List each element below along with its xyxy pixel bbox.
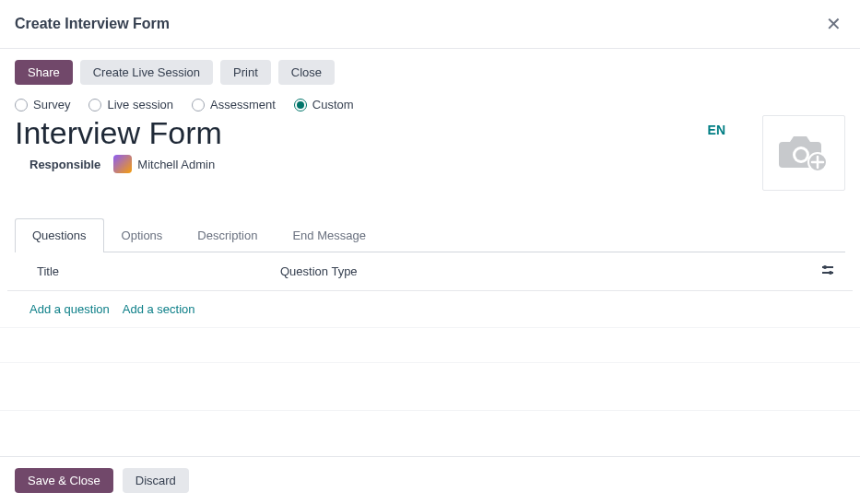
questions-add-row: Add a question Add a section [0,291,860,328]
radio-custom[interactable]: Custom [294,98,354,111]
title-row: Interview Form Responsible Mitchell Admi… [0,115,860,198]
tab-bar: Questions Options Description End Messag… [15,218,845,252]
radio-live-session[interactable]: Live session [88,98,173,111]
radio-label: Live session [107,98,173,111]
radio-label: Survey [33,98,70,111]
avatar-icon [113,155,132,173]
add-question-link[interactable]: Add a question [29,302,110,316]
modal-footer: Save & Close Discard [0,456,860,504]
create-interview-form-modal: Create Interview Form ✕ Share Create Liv… [0,0,860,504]
close-icon[interactable]: ✕ [822,11,845,37]
radio-circle-icon [192,99,205,111]
svg-point-1 [795,149,807,160]
modal-header: Create Interview Form ✕ [0,0,860,49]
add-section-link[interactable]: Add a section [123,302,195,316]
tab-description[interactable]: Description [180,218,275,252]
share-button[interactable]: Share [15,60,73,85]
questions-table-header: Title Question Type [7,252,853,291]
column-options-button[interactable] [821,264,838,279]
close-button[interactable]: Close [278,60,335,85]
responsible-label: Responsible [29,158,100,171]
tab-questions[interactable]: Questions [15,218,104,252]
action-toolbar: Share Create Live Session Print Close [0,49,860,88]
create-live-session-button[interactable]: Create Live Session [80,60,213,85]
radio-assessment[interactable]: Assessment [192,98,276,111]
modal-title: Create Interview Form [15,16,170,32]
discard-button[interactable]: Discard [123,468,189,493]
responsible-name: Mitchell Admin [137,158,215,171]
responsible-field[interactable]: Mitchell Admin [113,155,215,173]
responsible-row: Responsible Mitchell Admin [15,151,708,173]
radio-label: Assessment [210,98,276,111]
radio-circle-checked-icon [294,99,307,111]
print-button[interactable]: Print [220,60,271,85]
svg-point-3 [823,265,827,269]
column-header-question-type: Question Type [280,264,821,278]
empty-row [0,328,860,363]
sliders-icon [821,264,834,276]
radio-circle-icon [88,99,101,111]
save-close-button[interactable]: Save & Close [15,468,113,493]
radio-survey[interactable]: Survey [15,98,70,111]
survey-type-radios: Survey Live session Assessment Custom [0,88,860,115]
tab-options[interactable]: Options [104,218,181,252]
camera-plus-icon [777,133,831,173]
radio-label: Custom [312,98,354,111]
title-left: Interview Form Responsible Mitchell Admi… [15,115,708,173]
empty-row [0,363,860,411]
form-title-input[interactable]: Interview Form [15,115,708,151]
cover-image-uploader[interactable] [762,115,845,191]
tab-end-message[interactable]: End Message [275,218,383,252]
svg-point-4 [829,271,832,275]
radio-circle-icon [15,99,28,111]
language-badge[interactable]: EN [708,115,762,137]
column-header-title: Title [22,264,280,278]
